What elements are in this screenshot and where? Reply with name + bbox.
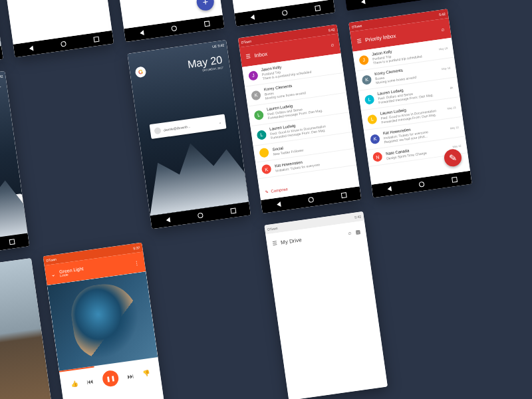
messages-icon[interactable] (162, 195, 178, 210)
view-icon[interactable]: ▦ (354, 228, 360, 235)
dialer-screen[interactable]: DTown5:42 1 2ABC 3DEF 4GHI 5JKL 6MNO 7PQ… (211, 0, 335, 27)
gmail-icon[interactable] (190, 191, 205, 206)
recents-screen[interactable]: 5:42 CLEAR ALL (0, 71, 29, 260)
chrome-icon[interactable] (219, 187, 234, 202)
clock-screen[interactable]: DTown5:42 5:50PM WED, MAY 17 ⊕ (323, 0, 446, 11)
lockscreen-mountain[interactable]: DTown5:42 Charged (0, 0, 3, 73)
expand-icon[interactable]: ⌄ (219, 120, 222, 124)
menu-icon[interactable]: ☰ (272, 240, 277, 247)
prev-icon[interactable]: ⏮ (86, 377, 94, 385)
priority-inbox-screen[interactable]: DTown5:42 ☰Priority Inbox⌕ JJason KellyP… (348, 9, 472, 198)
google-search-pill[interactable]: G (134, 66, 146, 78)
search-icon[interactable]: ⌕ (441, 26, 445, 33)
priority-title: Priority Inbox (364, 33, 396, 43)
messages-screen[interactable]: DTown5:42 ☰ Messages ⌕ ⋮ Once you start … (101, 0, 225, 42)
compose-icon[interactable]: ✎ (265, 189, 269, 194)
album-art (47, 271, 158, 371)
next-icon[interactable]: ⏭ (127, 372, 134, 380)
more-icon[interactable]: ⋮ (134, 259, 140, 266)
thumbs-down-icon[interactable]: 👎 (142, 370, 150, 377)
settings-screen[interactable]: DTown100% 5:42 Settings ⌕ Network & Inte… (0, 0, 114, 57)
drive-screen[interactable]: DTown5:42 ☰ My Drive ⌕ ▦ (264, 211, 388, 399)
widget-card[interactable]: dannie@dtownb... ⌄ (150, 114, 227, 139)
inbox-title: Inbox (254, 51, 268, 59)
home-screen[interactable]: UE 5:42 May 20 SATURDAY, 2017 G dannie@d… (127, 40, 251, 229)
chevron-down-icon[interactable]: ⌄ (51, 271, 56, 278)
music-screen[interactable]: DTown5:37 ⌄ Green Light Lorde ⋮ 👍 ⏮ ❚❚ ⏭… (43, 243, 167, 399)
compose-fab[interactable]: + (196, 0, 215, 11)
menu-icon[interactable]: ☰ (245, 53, 251, 60)
play-pause-button[interactable]: ❚❚ (102, 370, 120, 388)
inbox-screen[interactable]: DTown5:42 ☰Inbox⌕ JJason KellyPortland T… (238, 25, 362, 213)
social-icon (259, 148, 269, 158)
search-icon[interactable]: ⌕ (331, 41, 334, 48)
camera-subject (0, 346, 13, 399)
clear-all[interactable]: CLEAR ALL (0, 84, 2, 91)
thumbs-up-icon[interactable]: 👍 (70, 380, 78, 387)
drive-title: My Drive (281, 237, 303, 245)
menu-icon[interactable]: ☰ (356, 37, 362, 44)
search-icon[interactable]: ⌕ (348, 229, 352, 236)
